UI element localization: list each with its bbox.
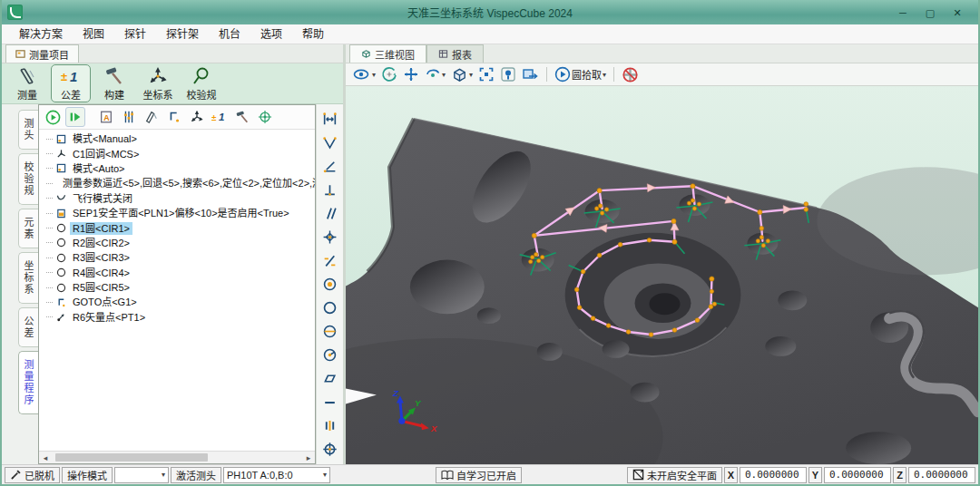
tab-measurement-project[interactable]: 测量项目: [5, 44, 79, 63]
side-tab-probe[interactable]: 测头: [18, 110, 38, 150]
distance-icon[interactable]: [322, 112, 338, 127]
perpendicularity-icon[interactable]: [322, 182, 338, 198]
position-target-icon[interactable]: [322, 229, 338, 245]
tree-item-circle-cir2[interactable]: R2圆<CIR2>: [39, 236, 315, 250]
tree-item-vector-point-pt1[interactable]: R6矢量点<PT1>: [39, 310, 315, 325]
scroll-left-icon[interactable]: ◂: [39, 452, 52, 463]
scroll-thumb[interactable]: [55, 453, 208, 462]
side-tab-gauge[interactable]: 校验规: [18, 153, 38, 205]
menu-solution[interactable]: 解决方案: [9, 25, 73, 44]
pan-button[interactable]: [403, 66, 419, 83]
menu-probe-rack[interactable]: 探针架: [156, 25, 209, 44]
step-run-button[interactable]: [65, 107, 85, 127]
operation-mode-select[interactable]: ▾: [114, 467, 169, 483]
tab-report[interactable]: 报表: [426, 44, 484, 63]
crossed-square-icon: [632, 469, 644, 481]
x-coordinate-value: 0.0000000: [740, 467, 807, 483]
fly-icon: [56, 193, 66, 203]
angularity-icon[interactable]: [322, 253, 338, 268]
z-axis-label: Z: [893, 467, 906, 483]
menu-probe[interactable]: 探针: [114, 25, 156, 44]
coordsys-tool-button[interactable]: [187, 107, 207, 127]
parallelism-icon[interactable]: [322, 206, 338, 221]
radial-profile-icon[interactable]: [322, 347, 338, 363]
goto-tool-button[interactable]: [164, 107, 184, 127]
concentricity-icon[interactable]: [322, 277, 338, 292]
construct-icon: [104, 66, 124, 86]
tree-item-safety-plane[interactable]: SEP1安全平面<PLN1>偏移<10>是否启用<True>: [39, 206, 315, 220]
position-icon[interactable]: [322, 442, 338, 457]
symmetry-icon[interactable]: [322, 418, 338, 433]
circularity-icon[interactable]: [322, 300, 338, 316]
tree-item-recall-mcs[interactable]: C1回调<MCS>: [39, 146, 315, 160]
tree-item-mode-manual[interactable]: 模式<Manual>: [39, 131, 315, 146]
locate-button[interactable]: [500, 66, 516, 83]
ribbon-tolerance-button[interactable]: ±1 公差: [51, 64, 91, 102]
vector-point-icon: [56, 312, 66, 322]
construct-tool-button[interactable]: [232, 107, 252, 127]
maximize-button[interactable]: ▢: [918, 5, 942, 21]
side-tab-program[interactable]: 测量程序: [18, 351, 38, 414]
ribbon-coordsys-button[interactable]: 坐标系: [138, 64, 178, 102]
measurement-panel: 测量项目 测量 ±1 公差 构建 坐标系: [2, 44, 346, 464]
orbit-button[interactable]: [381, 66, 397, 83]
tree-item-circle-cir5[interactable]: R5圆<CIR5>: [39, 280, 315, 295]
ribbon-gauge-button[interactable]: 校验规: [181, 64, 221, 102]
straightness-icon[interactable]: [322, 394, 338, 410]
side-tab-elements[interactable]: 元素: [18, 209, 38, 248]
circle-icon: [56, 238, 66, 248]
zoom-fit-button[interactable]: [478, 66, 495, 83]
program-doc-button[interactable]: A: [96, 107, 116, 127]
angle-min-icon[interactable]: [322, 135, 338, 151]
capture-button[interactable]: [522, 66, 539, 83]
prohibit-button[interactable]: [622, 66, 639, 83]
tree-item-mode-auto[interactable]: 模式<Auto>: [39, 161, 315, 176]
side-tab-coordsys[interactable]: 坐标系: [18, 252, 38, 304]
close-button[interactable]: ✕: [946, 5, 969, 21]
svg-text:1: 1: [219, 112, 224, 122]
menu-machine[interactable]: 机台: [209, 25, 250, 44]
measure-tool-button[interactable]: [142, 107, 162, 127]
svg-text:A: A: [103, 113, 110, 122]
minimize-button[interactable]: ─: [891, 5, 915, 21]
chevron-down-icon: ▾: [442, 71, 446, 79]
circle-icon: [56, 253, 66, 263]
tree-hscrollbar[interactable]: ◂ ▸: [39, 451, 315, 463]
measure-icon: [17, 66, 37, 86]
chevron-down-icon: ▾: [162, 471, 165, 479]
flatness-icon[interactable]: [322, 371, 338, 386]
rotate-view-button[interactable]: ▾: [425, 66, 446, 83]
menu-help[interactable]: 帮助: [292, 25, 334, 44]
report-icon: [438, 49, 448, 59]
angle-icon[interactable]: [322, 159, 338, 174]
tolerance-tool-button[interactable]: ±1: [210, 107, 230, 127]
3d-viewport[interactable]: X Z Y: [346, 86, 978, 464]
tree-item-circle-cir4[interactable]: R4圆<CIR4>: [39, 266, 315, 280]
ribbon-measure-button[interactable]: 测量: [7, 64, 47, 102]
program-tree: 模式<Manual> C1回调<MCS> 模式<Auto> 测量参数逼近<5>,…: [39, 130, 315, 451]
ribbon-construct-button[interactable]: 构建: [94, 64, 134, 102]
offline-status: 已脱机: [5, 467, 60, 483]
menu-options[interactable]: 选项: [250, 25, 292, 44]
cylindricity-icon[interactable]: [322, 324, 338, 339]
menu-view[interactable]: 视图: [73, 25, 114, 44]
app-window: 天准三坐标系统 VispecCube 2024 ─ ▢ ✕ 解决方案 视图 探针…: [0, 0, 980, 486]
view-cube-button[interactable]: ▾: [451, 66, 473, 83]
tree-item-goto-g1[interactable]: GOTO点<G1>: [39, 295, 315, 309]
program-tree-panel: A ±1 模式<Manual> C1回调<MCS> 模式<Auto> 测量参数: [38, 104, 316, 464]
probe-tool-button[interactable]: [255, 107, 275, 127]
visibility-button[interactable]: ▾: [353, 66, 376, 83]
tree-item-fly-mode[interactable]: 飞行模式关闭: [39, 191, 315, 206]
active-probe-select[interactable]: PH10T A:0,B:0▾: [223, 467, 330, 483]
tree-item-measure-params[interactable]: 测量参数逼近<5>,回退<5>,搜索<6>,定位<2>,定位加<2>,测量: [39, 176, 315, 190]
circle-pick-button[interactable]: 圆拾取 ▾: [554, 66, 606, 83]
tree-item-circle-cir3[interactable]: R3圆<CIR3>: [39, 250, 315, 265]
run-button[interactable]: [43, 107, 63, 127]
project-icon: [15, 49, 25, 59]
tab-3d-view[interactable]: 三维视图: [349, 44, 426, 63]
scroll-right-icon[interactable]: ▸: [302, 452, 315, 463]
divider: [546, 67, 547, 82]
side-tab-tolerance[interactable]: 公差: [18, 307, 38, 347]
params-button[interactable]: [119, 107, 139, 127]
tree-item-circle-cir1[interactable]: R1圆<CIR1>: [39, 220, 315, 235]
